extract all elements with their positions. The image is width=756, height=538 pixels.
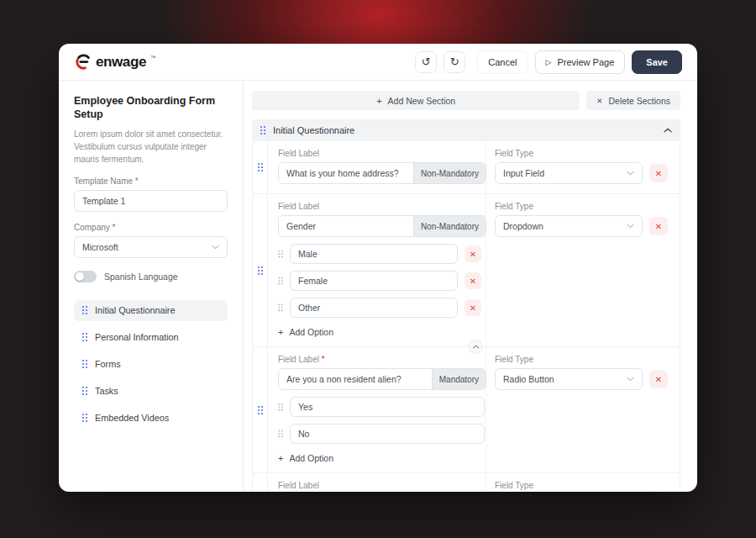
field-label-input[interactable]: [279, 216, 413, 236]
section-title: Initial Questionnaire: [273, 125, 354, 135]
field-label-header: Field Label: [278, 202, 486, 211]
spanish-language-label: Spanish Language: [104, 272, 178, 282]
drag-handle-icon[interactable]: [82, 333, 87, 341]
drag-handle-icon[interactable]: [278, 430, 282, 438]
template-name-input[interactable]: [74, 190, 228, 212]
app-window: enwage ™ ↺ ↻ Cancel ▷ Preview Page Save: [59, 44, 697, 492]
drag-handle-icon[interactable]: [278, 251, 282, 258]
drag-handle-icon[interactable]: [82, 360, 87, 368]
field-type-select[interactable]: Input Field: [495, 162, 643, 184]
add-option-button[interactable]: + Add Option: [278, 327, 333, 337]
section-actions: + Add New Section ✕ Delete Sections: [252, 91, 680, 110]
drag-handle-icon[interactable]: [82, 414, 87, 422]
chevron-up-icon[interactable]: [664, 128, 672, 133]
sidebar-item-personal-information[interactable]: Personal Information: [74, 327, 228, 348]
language-toggle-row: Spanish Language: [74, 271, 228, 282]
field-label-input[interactable]: [279, 163, 413, 183]
cancel-button[interactable]: Cancel: [477, 50, 528, 74]
field-type-cell: Field Type Input Field ✕: [486, 141, 680, 193]
mandatory-toggle-button[interactable]: Non-Mandatory: [413, 163, 486, 183]
chevron-down-icon: [627, 377, 634, 382]
row-grip-column: [253, 194, 268, 346]
drag-handle-icon[interactable]: [278, 304, 282, 312]
option-row: [278, 424, 486, 444]
drag-handle-icon[interactable]: [258, 163, 263, 171]
required-mark: *: [322, 355, 325, 364]
x-icon: ✕: [470, 303, 476, 313]
option-input[interactable]: [290, 397, 485, 417]
sidebar-item-forms[interactable]: Forms: [74, 354, 228, 375]
form-builder-main: + Add New Section ✕ Delete Sections Init…: [244, 81, 697, 492]
option-input[interactable]: [290, 271, 458, 291]
delete-field-button[interactable]: ✕: [649, 164, 668, 182]
save-button[interactable]: Save: [632, 50, 682, 74]
field-label-input[interactable]: [279, 369, 432, 389]
row-grip-column: [253, 141, 268, 193]
page-description: Lorem ipsum dolor sit amet consectetur. …: [74, 128, 228, 166]
x-icon: ✕: [470, 250, 476, 259]
option-input[interactable]: [290, 298, 458, 318]
delete-option-button[interactable]: ✕: [465, 245, 481, 262]
option-input[interactable]: [290, 424, 485, 444]
add-option-label: Add Option: [289, 453, 333, 463]
add-option-button[interactable]: + Add Option: [278, 453, 333, 463]
section-header[interactable]: Initial Questionnaire: [252, 119, 680, 141]
option-input[interactable]: [290, 244, 458, 264]
logo: enwage ™: [76, 54, 155, 70]
collapse-row-button[interactable]: [469, 340, 483, 354]
drag-handle-icon[interactable]: [82, 387, 87, 395]
drag-handle-icon[interactable]: [278, 277, 282, 285]
row-grip-column: [253, 473, 268, 492]
company-label: Company *: [74, 223, 228, 232]
sidebar-item-label: Tasks: [95, 386, 118, 396]
mandatory-toggle-button[interactable]: Mandatory: [432, 369, 486, 389]
delete-sections-button[interactable]: ✕ Delete Sections: [586, 91, 680, 110]
sidebar-item-label: Personal Information: [95, 332, 179, 342]
close-icon: ✕: [596, 97, 602, 105]
field-label-header: Field Label: [278, 149, 486, 158]
sidebar-item-initial-questionnaire[interactable]: Initial Questionnaire: [74, 300, 228, 321]
delete-option-button[interactable]: ✕: [465, 299, 481, 316]
add-new-section-button[interactable]: + Add New Section: [252, 91, 580, 110]
delete-field-button[interactable]: ✕: [649, 370, 668, 388]
add-option-label: Add Option: [289, 327, 333, 337]
company-select[interactable]: Microsoft: [74, 236, 228, 258]
sidebar-item-tasks[interactable]: Tasks: [74, 381, 228, 402]
option-row: [278, 397, 486, 417]
sidebar-item-label: Forms: [95, 359, 121, 369]
redo-button[interactable]: ↻: [444, 51, 465, 73]
drag-handle-icon[interactable]: [278, 404, 282, 411]
spanish-language-toggle[interactable]: [74, 271, 97, 282]
delete-field-button[interactable]: ✕: [649, 217, 668, 235]
sidebar-item-label: Initial Questionnaire: [95, 305, 175, 315]
drag-handle-icon[interactable]: [258, 406, 263, 414]
field-type-cell: Field Type Radio Button ✕: [486, 347, 680, 472]
undo-icon: ↺: [422, 56, 431, 67]
company-select-value: Microsoft: [82, 242, 118, 252]
sidebar-item-embedded-videos[interactable]: Embedded Videos: [74, 408, 228, 429]
field-type-header: Field Type: [495, 481, 668, 490]
field-type-select[interactable]: Dropdown: [495, 215, 643, 237]
x-icon: ✕: [655, 169, 662, 178]
drag-handle-icon[interactable]: [258, 266, 263, 275]
desktop-background: enwage ™ ↺ ↻ Cancel ▷ Preview Page Save: [0, 0, 756, 538]
plus-icon: +: [376, 96, 381, 106]
field-type-select[interactable]: Radio Button: [495, 368, 643, 390]
logo-wordmark: enwage: [96, 54, 146, 70]
mandatory-toggle-button[interactable]: Non-Mandatory: [413, 216, 486, 236]
redo-icon: ↻: [450, 56, 459, 67]
field-label-input-group: Non-Mandatory: [278, 215, 486, 237]
field-label-input-group: Non-Mandatory: [278, 162, 486, 184]
add-new-section-label: Add New Section: [388, 96, 456, 106]
plus-icon: +: [278, 327, 283, 337]
option-row: ✕: [278, 271, 486, 291]
undo-button[interactable]: ↺: [415, 51, 437, 73]
delete-option-button[interactable]: ✕: [465, 272, 481, 289]
field-label-cell: Field Label Non-Mandatory: [268, 141, 486, 193]
drag-handle-icon[interactable]: [82, 306, 87, 314]
chevron-down-icon: [212, 245, 219, 250]
x-icon: ✕: [655, 222, 662, 231]
drag-handle-icon[interactable]: [260, 126, 265, 134]
preview-page-button[interactable]: ▷ Preview Page: [535, 50, 626, 74]
field-row: Field Label Non-Mandatory ✕: [253, 194, 680, 347]
